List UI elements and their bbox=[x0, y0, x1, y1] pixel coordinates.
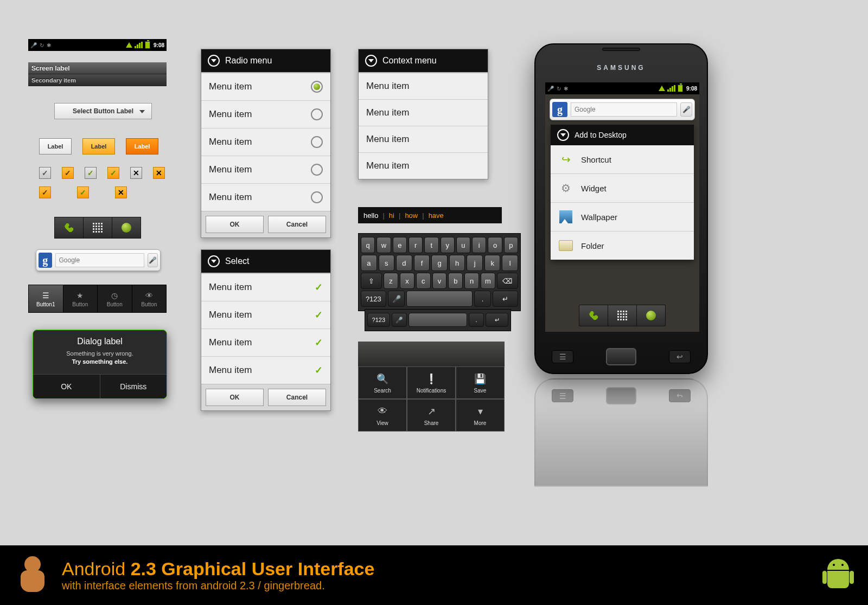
home-hw-button[interactable] bbox=[606, 348, 636, 365]
key-␣[interactable] bbox=[409, 313, 467, 327]
tab-button-4[interactable]: 👁Button bbox=[132, 285, 167, 312]
google-g-icon[interactable]: g bbox=[39, 253, 52, 268]
checkbox-checked[interactable]: ✓ bbox=[62, 167, 74, 179]
key-z[interactable]: z bbox=[384, 273, 398, 289]
google-g-icon[interactable]: g bbox=[552, 102, 567, 117]
key-↵[interactable]: ↵ bbox=[486, 313, 508, 327]
radio-item[interactable]: Menu item bbox=[201, 101, 330, 128]
cancel-button[interactable]: Cancel bbox=[268, 389, 326, 406]
browser-tab[interactable] bbox=[112, 217, 141, 238]
key-u[interactable]: u bbox=[456, 237, 470, 253]
key-a[interactable]: a bbox=[361, 255, 377, 271]
key-j[interactable]: j bbox=[467, 255, 483, 271]
key-m[interactable]: m bbox=[481, 273, 495, 289]
radio-item[interactable]: Menu item bbox=[201, 184, 330, 211]
options-save[interactable]: 💾Save bbox=[456, 366, 505, 399]
checkbox-disabled[interactable]: ✓ bbox=[39, 167, 51, 179]
key-⌫[interactable]: ⌫ bbox=[497, 273, 518, 289]
key-l[interactable]: l bbox=[502, 255, 518, 271]
key-w[interactable]: w bbox=[376, 237, 391, 253]
options-share[interactable]: ↗Share bbox=[407, 399, 456, 432]
select-item[interactable]: Menu item✓ bbox=[201, 301, 330, 329]
label-button-active[interactable]: Label bbox=[126, 138, 158, 155]
key-x[interactable]: x bbox=[400, 273, 414, 289]
apps-tab[interactable] bbox=[84, 217, 112, 238]
key-q[interactable]: q bbox=[361, 237, 375, 253]
key-c[interactable]: c bbox=[416, 273, 431, 289]
key-k[interactable]: k bbox=[484, 255, 501, 271]
options-notifications[interactable]: ❕Notifications bbox=[407, 366, 456, 399]
key-␣[interactable] bbox=[406, 291, 472, 307]
add-wallpaper[interactable]: Wallpaper bbox=[551, 203, 694, 231]
key-.[interactable]: . bbox=[474, 291, 492, 307]
menu-hw-button[interactable]: ☰ bbox=[552, 350, 573, 363]
key-.[interactable]: . bbox=[469, 313, 484, 327]
select-item[interactable]: Menu item✓ bbox=[201, 274, 330, 301]
label-button-highlight[interactable]: Label bbox=[82, 138, 115, 155]
key-p[interactable]: p bbox=[504, 237, 518, 253]
voice-search-button[interactable]: 🎤 bbox=[680, 102, 692, 117]
key-t[interactable]: t bbox=[424, 237, 438, 253]
key-?123[interactable]: ?123 bbox=[361, 291, 386, 307]
checkbox-alt2[interactable]: ✓ bbox=[77, 186, 89, 198]
key-b[interactable]: b bbox=[448, 273, 463, 289]
search-input[interactable] bbox=[55, 253, 144, 267]
label-button-default[interactable]: Label bbox=[39, 138, 72, 155]
tab-button-1[interactable]: ☰Button1 bbox=[29, 285, 63, 312]
dialog-ok-button[interactable]: OK bbox=[33, 375, 100, 398]
options-more[interactable]: ▾More bbox=[456, 399, 505, 432]
key-s[interactable]: s bbox=[379, 255, 395, 271]
ok-button[interactable]: OK bbox=[206, 389, 264, 406]
key-🎤[interactable]: 🎤 bbox=[388, 291, 405, 307]
ime-suggestion-bar[interactable]: hello| hi| how| have bbox=[358, 207, 502, 223]
options-view[interactable]: 👁View bbox=[358, 399, 407, 432]
key-h[interactable]: h bbox=[449, 255, 465, 271]
phone-tab[interactable] bbox=[579, 305, 608, 326]
key-o[interactable]: o bbox=[488, 237, 502, 253]
phone-tab[interactable] bbox=[55, 217, 84, 238]
browser-tab[interactable] bbox=[637, 305, 665, 326]
cancel-button[interactable]: Cancel bbox=[268, 216, 326, 233]
options-search[interactable]: 🔍Search bbox=[358, 366, 407, 399]
checkbox-cross-active[interactable]: ✕ bbox=[153, 167, 165, 179]
key-🎤[interactable]: 🎤 bbox=[392, 313, 407, 327]
select-spinner[interactable]: Select Button Label bbox=[54, 103, 152, 119]
dialog-dismiss-button[interactable]: Dismiss bbox=[100, 375, 167, 398]
add-widget[interactable]: ⚙Widget bbox=[551, 174, 694, 203]
checkbox-alt3[interactable]: ✕ bbox=[115, 186, 127, 198]
key-↵[interactable]: ↵ bbox=[493, 291, 518, 307]
checkbox-cross[interactable]: ✕ bbox=[130, 167, 142, 179]
add-folder[interactable]: Folder bbox=[551, 231, 694, 260]
radio-item[interactable]: Menu item bbox=[201, 156, 330, 184]
key-d[interactable]: d bbox=[396, 255, 412, 271]
apps-tab[interactable] bbox=[608, 305, 637, 326]
key-v[interactable]: v bbox=[432, 273, 447, 289]
key-r[interactable]: r bbox=[409, 237, 423, 253]
add-shortcut[interactable]: ↪Shortcut bbox=[551, 145, 694, 174]
tab-button-3[interactable]: ◷Button bbox=[98, 285, 132, 312]
checkbox-alt1[interactable]: ✓ bbox=[39, 186, 51, 198]
key-i[interactable]: i bbox=[472, 237, 486, 253]
key-?123[interactable]: ?123 bbox=[367, 313, 390, 327]
key-f[interactable]: f bbox=[414, 255, 430, 271]
select-item[interactable]: Menu item✓ bbox=[201, 357, 330, 384]
phone-search-input[interactable] bbox=[571, 102, 677, 117]
back-hw-button[interactable]: ↩ bbox=[669, 350, 691, 363]
context-item[interactable]: Menu item bbox=[359, 153, 488, 179]
key-g[interactable]: g bbox=[431, 255, 448, 271]
context-item[interactable]: Menu item bbox=[359, 126, 488, 153]
key-n[interactable]: n bbox=[464, 273, 479, 289]
checkbox-green[interactable]: ✓ bbox=[85, 167, 97, 179]
voice-search-button[interactable]: 🎤 bbox=[148, 253, 158, 267]
context-item[interactable]: Menu item bbox=[359, 73, 488, 100]
key-e[interactable]: e bbox=[393, 237, 407, 253]
key-y[interactable]: y bbox=[441, 237, 455, 253]
select-item[interactable]: Menu item✓ bbox=[201, 329, 330, 357]
radio-item[interactable]: Menu item bbox=[201, 73, 330, 101]
key-⇧[interactable]: ⇧ bbox=[361, 273, 382, 289]
radio-item[interactable]: Menu item bbox=[201, 128, 330, 156]
context-item[interactable]: Menu item bbox=[359, 100, 488, 126]
checkbox-mixed[interactable]: ✓ bbox=[107, 167, 119, 179]
ok-button[interactable]: OK bbox=[206, 216, 264, 233]
tab-button-2[interactable]: ★Button bbox=[63, 285, 98, 312]
